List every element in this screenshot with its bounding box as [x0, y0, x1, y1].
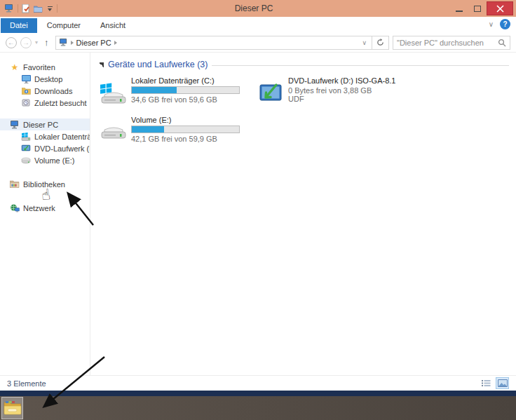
group-header[interactable]: Geräte und Laufwerke (3)	[99, 60, 509, 69]
view-toggles	[480, 377, 509, 389]
drive-tiles: Lokaler Datenträger (C:) 34,6 GB frei vo…	[99, 76, 509, 149]
sidebar-gap	[0, 190, 90, 202]
group-header-label: Geräte und Laufwerke (3)	[108, 60, 208, 69]
file-explorer-icon	[4, 400, 22, 416]
drive-info: Lokaler Datenträger (C:) 34,6 GB frei vo…	[131, 76, 253, 109]
address-bar-row: ← → ▾ ↑ Dieser PC ∨	[0, 33, 516, 53]
search-icon[interactable]	[498, 39, 506, 47]
search-box[interactable]	[393, 36, 510, 50]
help-button[interactable]: ?	[500, 19, 510, 29]
sidebar-gap	[0, 109, 90, 118]
hdd-icon	[99, 115, 128, 149]
drive-icon	[21, 156, 31, 165]
drive-name: Lokaler Datenträger (C:)	[131, 76, 253, 85]
taskbar	[0, 396, 516, 420]
drive-tile-d[interactable]: DVD-Laufwerk (D:) ISO-GA-8.1 0 Bytes fre…	[256, 76, 410, 109]
sidebar-label: Dieser PC	[23, 121, 58, 129]
tab-computer[interactable]: Computer	[37, 18, 90, 33]
explorer-window: Dieser PC Datei Computer Ansicht ∨ ?	[0, 0, 516, 391]
window-system-icon[interactable]	[4, 4, 14, 13]
sidebar-item-label: Desktop	[34, 75, 62, 83]
breadcrumb-root[interactable]: Dieser PC	[76, 39, 111, 47]
capacity-meter	[131, 126, 240, 133]
large-icons-view-icon	[498, 379, 508, 387]
qat-separator	[18, 4, 18, 13]
sidebar-item-label: Volume (E:)	[34, 156, 74, 165]
up-button[interactable]: ↑	[41, 37, 52, 48]
sidebar-group-dieser-pc[interactable]: Dieser PC	[0, 118, 90, 130]
sidebar-item-label: DVD-Laufwerk (D:) ISO-GA-8.1	[34, 144, 90, 153]
sidebar-item-volume-e[interactable]: Volume (E:)	[0, 154, 90, 166]
search-input[interactable]	[397, 39, 498, 47]
details-view-button[interactable]	[480, 377, 493, 389]
qat-customize-dropdown[interactable]	[46, 6, 53, 11]
drive-name: DVD-Laufwerk (D:) ISO-GA-8.1	[288, 76, 410, 85]
sidebar-item-zuletzt-besucht[interactable]: Zuletzt besucht	[0, 97, 90, 109]
taskbar-explorer-button[interactable]	[1, 397, 23, 419]
recent-places-icon	[21, 98, 31, 108]
window-body: ★ Favoriten Desktop Downloads	[0, 53, 516, 375]
close-icon	[496, 5, 504, 13]
network-icon	[10, 203, 20, 213]
qat-new-folder-button[interactable]	[34, 5, 43, 13]
titlebar: Dieser PC	[0, 0, 516, 17]
caption-buttons	[450, 1, 513, 15]
sidebar-item-dvd-laufwerk[interactable]: DVD-Laufwerk (D:) ISO-GA-8.1	[0, 142, 90, 154]
dvd-drive-icon	[21, 144, 31, 154]
details-view-icon	[482, 379, 491, 387]
drive-free-space: 0 Bytes frei von 3,88 GB	[288, 86, 410, 95]
screen: Dieser PC Datei Computer Ansicht ∨ ?	[0, 0, 516, 420]
sidebar-item-downloads[interactable]: Downloads	[0, 85, 90, 97]
forward-button[interactable]: →	[20, 37, 32, 48]
address-dropdown-chevron[interactable]: ∨	[360, 39, 369, 46]
drive-free-space: 42,1 GB frei von 59,9 GB	[131, 135, 253, 143]
drive-info: DVD-Laufwerk (D:) ISO-GA-8.1 0 Bytes fre…	[288, 76, 410, 109]
window-title: Dieser PC	[57, 4, 450, 13]
sidebar-group-netzwerk[interactable]: Netzwerk	[0, 202, 90, 214]
group-collapse-triangle-icon[interactable]	[99, 62, 104, 67]
sidebar-group-favoriten[interactable]: ★ Favoriten	[0, 61, 90, 73]
breadcrumb-chevron-icon[interactable]	[71, 41, 74, 45]
maximize-icon	[474, 6, 481, 12]
close-button[interactable]	[487, 1, 513, 15]
content-pane: Geräte und Laufwerke (3)	[90, 53, 516, 375]
recent-locations-dropdown[interactable]: ▾	[35, 39, 38, 46]
status-bar: 3 Elemente	[0, 375, 516, 391]
sidebar-item-desktop[interactable]: Desktop	[0, 73, 90, 85]
drive-tile-c[interactable]: Lokaler Datenträger (C:) 34,6 GB frei vo…	[99, 76, 253, 109]
ribbon-tab-row: Datei Computer Ansicht ∨ ?	[0, 17, 516, 33]
tab-ansicht[interactable]: Ansicht	[90, 18, 135, 33]
large-icons-view-button[interactable]	[496, 377, 509, 389]
capacity-meter-fill	[132, 87, 177, 93]
address-box[interactable]: Dieser PC ∨	[55, 36, 372, 50]
sidebar-group-bibliotheken[interactable]: Bibliotheken	[0, 178, 90, 190]
ribbon-right-controls: ∨ ?	[489, 19, 510, 29]
system-drive-icon	[21, 132, 31, 142]
sidebar-gap	[0, 166, 90, 178]
sidebar-item-lokaler-datentraeger[interactable]: Lokaler Datenträger	[0, 130, 90, 142]
new-folder-icon	[34, 5, 43, 13]
group-header-rule	[212, 65, 509, 66]
hdd-windows-icon	[99, 76, 128, 109]
back-button[interactable]: ←	[6, 37, 17, 48]
properties-icon	[22, 4, 30, 13]
drive-filesystem: UDF	[288, 95, 410, 103]
minimize-button[interactable]	[450, 1, 468, 15]
maximize-button[interactable]	[468, 1, 487, 15]
sidebar-label: Netzwerk	[23, 204, 55, 212]
breadcrumb-this-pc-icon	[59, 39, 68, 46]
drive-tile-e[interactable]: Volume (E:) 42,1 GB frei von 59,9 GB	[99, 115, 253, 149]
breadcrumb-chevron-icon[interactable]	[114, 41, 117, 45]
minimize-icon	[456, 11, 463, 12]
ribbon-collapse-chevron-icon[interactable]: ∨	[489, 20, 494, 28]
sidebar-label: Favoriten	[23, 63, 55, 72]
dvd-drive-large-icon	[256, 76, 285, 109]
tab-datei[interactable]: Datei	[1, 18, 37, 33]
sidebar-item-label: Downloads	[34, 87, 72, 95]
drive-info: Volume (E:) 42,1 GB frei von 59,9 GB	[131, 115, 253, 149]
refresh-button[interactable]	[372, 36, 389, 50]
qat-properties-button[interactable]	[22, 4, 30, 13]
qat-customize-bar-icon	[48, 6, 53, 7]
libraries-icon	[10, 179, 20, 189]
quick-access-toolbar	[4, 4, 57, 13]
